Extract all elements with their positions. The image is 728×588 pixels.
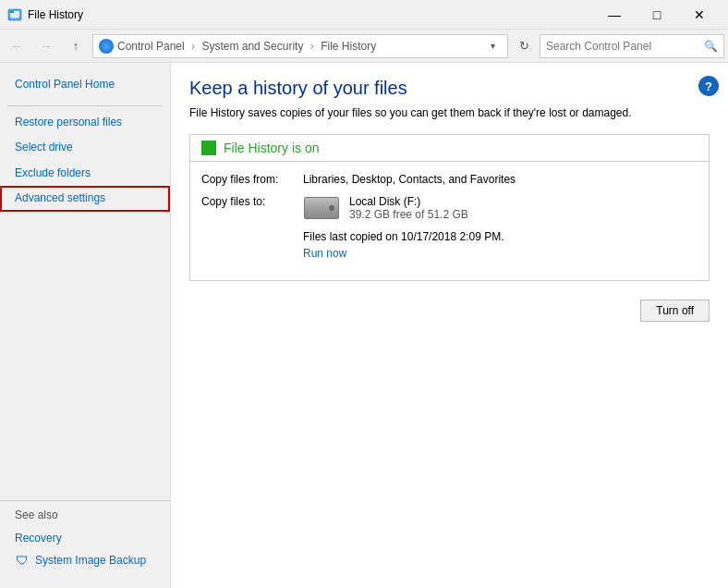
search-box[interactable]: 🔍 [540,34,724,58]
sidebar-item-exclude-folders[interactable]: Exclude folders [0,161,170,187]
sidebar-bottom: See also Recovery 🛡 System Image Backup [0,500,170,579]
status-box: File History is on Copy files from: Libr… [189,134,710,281]
refresh-button[interactable]: ↻ [512,34,536,58]
app-icon: FH [7,7,22,22]
see-also-label: See also [15,508,155,521]
up-button[interactable]: ↑ [63,33,89,59]
status-indicator [201,141,216,155]
copy-to-value: Local Disk (F:) 39.2 GB free of 51.2 GB … [303,195,504,260]
svg-rect-2 [10,11,14,13]
turn-off-button[interactable]: Turn off [640,300,710,322]
hdd-shape [304,197,339,219]
page-subtitle: File History saves copies of your files … [189,106,710,119]
help-button[interactable]: ? [698,76,719,96]
shield-icon: 🛡 [15,553,30,568]
back-button[interactable]: ← [4,33,30,59]
svg-text:FH: FH [12,15,18,20]
address-bar: ← → ↑ Control Panel › System and Securit… [0,30,728,63]
forward-button[interactable]: → [33,33,59,59]
search-icon: 🔍 [704,40,718,53]
sidebar-item-restore-personal[interactable]: Restore personal files [0,110,170,136]
main-layout: Control Panel Home Restore personal file… [0,63,728,588]
run-now-link[interactable]: Run now [303,247,346,260]
drive-space: 39.2 GB free of 51.2 GB [349,208,468,221]
window-title: File History [28,8,593,21]
status-body: Copy files from: Libraries, Desktop, Con… [190,162,709,280]
status-text: File History is on [224,141,319,155]
copy-from-label: Copy files from: [201,173,303,186]
copy-to-row: Copy files to: Local Disk (F:) 39.2 GB f… [201,195,698,260]
last-copied-text: Files last copied on 10/17/2018 2:09 PM. [303,230,504,243]
page-title: Keep a history of your files [189,78,710,99]
drive-row: Local Disk (F:) 39.2 GB free of 51.2 GB [303,195,504,221]
sidebar-item-advanced-settings[interactable]: Advanced settings [0,186,170,212]
drive-info: Local Disk (F:) 39.2 GB free of 51.2 GB [349,195,468,221]
address-field[interactable]: Control Panel › System and Security › Fi… [92,34,508,58]
status-header: File History is on [190,135,709,162]
minimize-button[interactable]: — [593,0,636,30]
sidebar: Control Panel Home Restore personal file… [0,63,171,588]
sidebar-item-recovery[interactable]: Recovery [15,527,155,549]
sidebar-item-select-drive[interactable]: Select drive [0,135,170,161]
content-area: Keep a history of your files File Histor… [171,63,728,588]
search-input[interactable] [546,40,704,53]
recovery-label: Recovery [15,527,62,549]
drive-name: Local Disk (F:) [349,195,468,208]
system-image-label: System Image Backup [35,549,146,571]
sidebar-item-home[interactable]: Control Panel Home [0,72,170,98]
drive-icon [303,195,340,221]
button-row: Turn off [189,296,710,325]
address-dropdown-button[interactable]: ▾ [483,34,502,58]
copy-from-row: Copy files from: Libraries, Desktop, Con… [201,173,698,186]
sidebar-item-system-image-backup[interactable]: 🛡 System Image Backup [15,549,155,571]
copy-to-label: Copy files to: [201,195,303,208]
title-bar: FH File History — □ ✕ [0,0,728,30]
close-button[interactable]: ✕ [678,0,721,30]
copy-from-value: Libraries, Desktop, Contacts, and Favori… [303,173,516,186]
breadcrumb: Control Panel › System and Security › Fi… [117,40,376,53]
maximize-button[interactable]: □ [636,0,678,30]
address-globe-icon [99,39,114,54]
window-controls: — □ ✕ [593,0,721,30]
